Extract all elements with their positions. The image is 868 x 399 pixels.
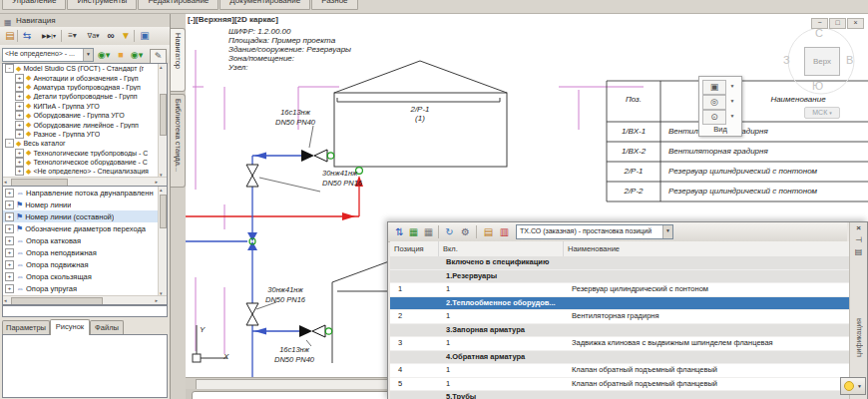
table-row[interactable]: 11Резервуар цилиндрический с понтоном [390, 283, 849, 297]
compass-west[interactable]: З [783, 54, 790, 66]
save-table-icon[interactable]: ▦ [422, 225, 435, 238]
tree1-horizontal-scrollbar[interactable]: ◂▸ [3, 177, 167, 186]
tree-item[interactable]: + ⇔ Опора скользящая [3, 270, 167, 282]
tab-tools[interactable]: Инструменты [67, 0, 137, 10]
tab-picture[interactable]: Рисунок [50, 319, 90, 335]
tree-item[interactable]: + ⚑ Номер линии [3, 199, 167, 210]
tab-management[interactable]: Управление [2, 0, 66, 10]
report-icon[interactable]: ▤ [3, 29, 17, 43]
expander-icon[interactable]: + [15, 130, 24, 139]
tree-item[interactable]: + ⇔ Направление потока двунаправленн [3, 187, 167, 199]
chevron-down-icon[interactable]: ▼ [728, 80, 736, 93]
tree-item[interactable]: - ◆ Model Studio CS (ГОСТ) - Стандарт (г [3, 64, 167, 73]
tree-item-selected[interactable]: + ⚑ Номер линии (составной) [3, 210, 167, 222]
column-name[interactable]: Наименование [564, 241, 849, 256]
tree-item[interactable]: + ⇔ Опора подвижная [3, 258, 167, 270]
tree-item[interactable]: + ◆ Оборудование - Группа УГО [3, 111, 167, 120]
table-row[interactable]: 5.Трубы [390, 391, 849, 399]
view-cube-icon[interactable]: ▣ [702, 80, 726, 95]
compass-south[interactable]: Ю [812, 80, 823, 92]
import-icon[interactable]: ⇆ [20, 29, 34, 43]
table-row[interactable]: 41Клапан обратный подъемный фланцевый [390, 364, 849, 378]
columns-icon[interactable]: ▥ [498, 225, 511, 238]
table-row-selected[interactable]: 2.Теплообменное оборудов... [390, 297, 849, 311]
expander-icon[interactable]: + [5, 212, 14, 221]
expander-icon[interactable]: + [15, 149, 24, 158]
chevron-down-icon[interactable]: ▼ [728, 110, 736, 123]
palette-tab-specification[interactable]: цификация [854, 318, 863, 357]
expander-icon[interactable]: + [5, 236, 14, 245]
tab-navigator[interactable]: Навигатор [171, 28, 186, 92]
tab-editing[interactable]: Редактирование [138, 0, 218, 10]
tab-standard-library[interactable]: Библиотека станда... [171, 94, 186, 188]
compass-east[interactable]: В [846, 54, 853, 66]
expander-icon[interactable]: + [5, 200, 14, 209]
settings-page-icon[interactable]: ⚙ [459, 225, 472, 238]
expander-icon[interactable]: + [5, 284, 14, 293]
tab-misc[interactable]: Разное [311, 0, 357, 10]
table-row[interactable]: 1.Резервуары [390, 270, 849, 284]
expander-icon[interactable]: + [15, 111, 24, 120]
expander-icon[interactable]: + [15, 102, 24, 111]
expander-icon[interactable]: - [5, 139, 14, 148]
chevron-down-icon[interactable]: ▼ [728, 95, 736, 108]
tree-view-icon[interactable]: ≡▾ [64, 29, 81, 43]
tree-item[interactable]: + ◆ Технологические трубопроводы - С [3, 149, 167, 158]
table-row[interactable]: 51Клапан обратный подъемный фланцевый [390, 378, 849, 392]
export-icon[interactable]: ▤ [482, 225, 495, 238]
quick-filter-input[interactable] [2, 305, 168, 317]
menu-icon[interactable]: ▤ [850, 246, 867, 258]
tree-item[interactable]: + ◆ Разное - Группа УГО [3, 130, 167, 139]
compass-north[interactable]: С [815, 27, 823, 39]
tree-item[interactable]: - ◆ Весь каталог [3, 139, 167, 148]
spec-template-combo[interactable]: ТХ.СО (заказная) - простановка позиций ▼ [516, 224, 673, 239]
tree-item[interactable]: + ◆ Арматура трубопроводная - Груп [3, 83, 167, 92]
chevron-down-icon[interactable]: ▼ [83, 49, 93, 61]
tab-files[interactable]: Файлы [90, 320, 124, 334]
filter-sort-icon[interactable]: ∇a▾ [84, 29, 103, 43]
tree-item[interactable]: + ⇔ Опора катковая [3, 234, 167, 246]
table-row[interactable]: 4.Обратная арматура [390, 351, 849, 365]
globe-settings-icon[interactable]: ◉▾ [129, 49, 145, 62]
update-table-icon[interactable]: ▦ [407, 225, 420, 238]
expander-icon[interactable]: + [5, 224, 14, 233]
column-included[interactable]: Вкл. [439, 241, 564, 256]
command-line-window[interactable] [192, 391, 403, 399]
globe-refresh-icon[interactable]: ◉▾ [96, 49, 112, 62]
tab-documenting[interactable]: Документирование [219, 0, 310, 10]
tree1-vertical-scrollbar[interactable]: ▴ ▾ [158, 64, 167, 178]
tree-item[interactable]: + ⇔ Опора упругая [3, 282, 167, 294]
tree-item[interactable]: + ◆ Оборудование линейное - Групп [3, 120, 167, 129]
refresh-icon[interactable]: ↻ [443, 225, 456, 238]
ucs-selector[interactable]: МСК ▾ [804, 107, 840, 119]
column-position[interactable]: Позиция [390, 241, 439, 256]
expander-icon[interactable]: + [15, 167, 24, 176]
visual-style-icon[interactable]: ◎ [702, 95, 726, 110]
chevron-down-icon[interactable]: ▼ [662, 225, 672, 238]
edit-pencil-icon[interactable]: ✎ [150, 49, 167, 64]
tree2-horizontal-scrollbar[interactable]: ◂▸ [3, 295, 167, 304]
expander-icon[interactable]: + [5, 272, 14, 281]
table-row[interactable]: 3.Запорная арматура [390, 324, 849, 338]
sort-icon[interactable]: ⇅ [393, 225, 406, 238]
expander-icon[interactable]: + [15, 158, 24, 167]
table-row[interactable]: Включено в спецификацию [390, 256, 849, 270]
expander-icon[interactable]: + [5, 260, 14, 269]
filter-funnel-icon[interactable]: ▼ [119, 29, 133, 43]
close-icon[interactable]: × [850, 222, 867, 234]
expander-icon[interactable]: + [15, 92, 24, 101]
expander-icon[interactable]: + [15, 83, 24, 92]
tree-item[interactable]: + ◆ КИПиА - Группа УГО [3, 102, 167, 111]
copy-sheet-icon[interactable]: ▣ [138, 29, 152, 43]
tree-item[interactable]: + ◆ Технологическое оборудование - С [3, 158, 167, 167]
table-row[interactable]: 31Задвижка клиновая с выдвижным шпинделе… [390, 337, 849, 351]
tree-item[interactable]: + ⚑ Обозначение диаметров перехода [3, 222, 167, 234]
tree-item[interactable]: + ◆ <Не определено> - Специализация [3, 167, 167, 176]
expander-icon[interactable]: + [5, 189, 14, 198]
restore-icon[interactable]: □ [829, 18, 846, 29]
pin-icon[interactable]: ⊣ [850, 234, 867, 246]
viewcube-top-button[interactable]: Верх [804, 47, 840, 76]
tree-item[interactable]: + ◆ Аннотации и обозначения - Груп [3, 73, 167, 82]
expander-icon[interactable]: + [15, 74, 24, 83]
tab-parameters[interactable]: Параметры [2, 320, 50, 334]
